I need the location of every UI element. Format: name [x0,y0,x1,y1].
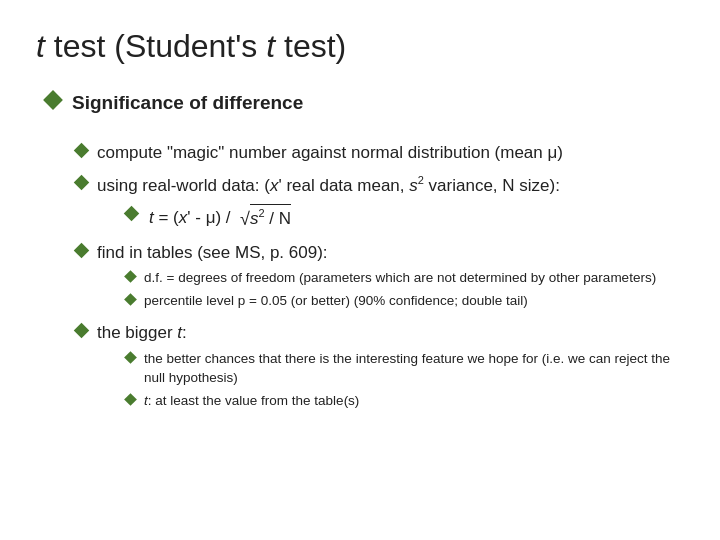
page-title: t test (Student's t test) [36,28,684,65]
heading-diamond-icon [43,90,63,110]
heading-row: Significance of difference [46,89,684,127]
list-item: t: at least the value from the table(s) [126,392,684,411]
bullet4sub2-text: t: at least the value from the table(s) [144,392,359,411]
bullet4-diamond-icon [74,323,90,339]
list-item: t = (x' - μ) / √s2 / N [126,204,684,232]
bullet3sub1-diamond-icon [124,270,137,283]
formula-diamond-icon [124,206,140,222]
bullet1-diamond-icon [74,142,90,158]
list-item: compute "magic" number against normal di… [76,141,684,166]
page: t test (Student's t test) Significance o… [0,0,720,540]
bullet4sub1-diamond-icon [124,351,137,364]
bullet1-text: compute "magic" number against normal di… [97,141,563,166]
list-item: find in tables (see MS, p. 609): [76,241,684,266]
main-section: Significance of difference compute "magi… [46,89,684,410]
title-text1: test (Student's [45,28,266,64]
bullet3sub1-text: d.f. = degrees of freedom (parameters wh… [144,269,656,288]
sqrt-content: s2 / N [250,204,291,231]
list-item: the better chances that there is the int… [126,350,684,388]
bullet2-diamond-icon [74,175,90,191]
list-item: the bigger t: [76,321,684,346]
bullet2-text: using real-world data: (x' real data mea… [97,173,560,198]
bullet4sub1-text: the better chances that there is the int… [144,350,684,388]
section-heading: Significance of difference [72,89,303,117]
list-item: percentile level p = 0.05 (or better) (9… [126,292,684,311]
title-t1: t [36,28,45,64]
bullet4-text: the bigger t: [97,321,187,346]
list-item: d.f. = degrees of freedom (parameters wh… [126,269,684,288]
list-item: using real-world data: (x' real data mea… [76,173,684,198]
bullet3sub2-text: percentile level p = 0.05 (or better) (9… [144,292,528,311]
bullet3-text: find in tables (see MS, p. 609): [97,241,328,266]
bullet3-diamond-icon [74,242,90,258]
bullet3sub2-diamond-icon [124,293,137,306]
title-text2: test) [275,28,346,64]
formula-text: t = (x' - μ) / √s2 / N [149,204,291,232]
bullet4sub2-diamond-icon [124,393,137,406]
title-t2: t [266,28,275,64]
sqrt-wrapper: √s2 / N [240,204,291,232]
